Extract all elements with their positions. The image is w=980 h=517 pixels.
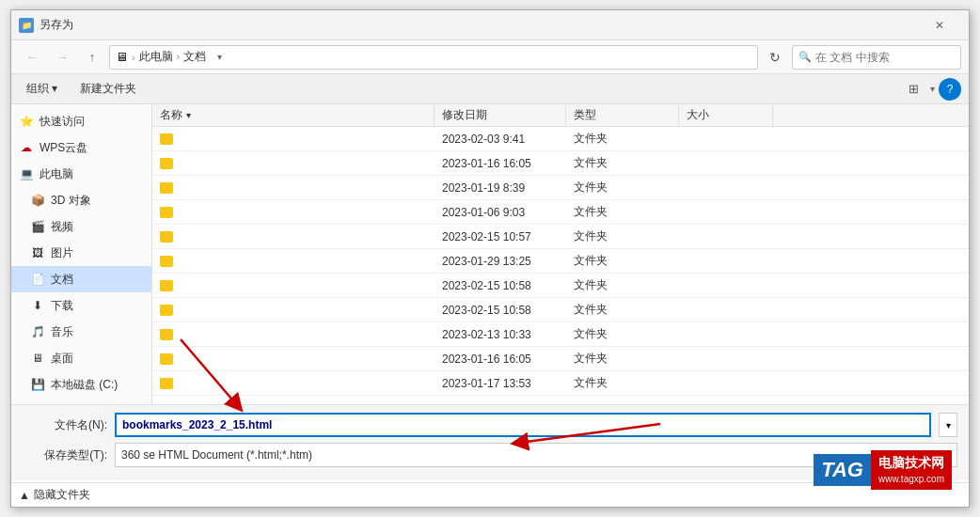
path-dropdown[interactable]: ▾ [210,46,229,69]
3d-icon: 📦 [30,193,45,208]
folder-icon [160,353,173,365]
path-docs: 文档 [183,49,206,65]
table-row[interactable]: 2023-02-03 9:41 文件夹 [152,127,969,151]
file-rows: 2023-02-03 9:41 文件夹 2023-01-16 16:05 文件夹… [152,127,969,396]
desktop-icon: 🖥 [30,351,45,366]
refresh-button[interactable]: ↻ [762,45,788,70]
sidebar-item-download[interactable]: ⬇ 下载 [11,292,151,319]
sidebar-label-wps: WPS云盘 [40,140,87,156]
file-type: 文件夹 [566,131,679,147]
main-content: ⭐ 快速访问 ☁ WPS云盘 💻 此电脑 📦 3D 对象 🎬 视频 🖼 图片 [11,104,969,404]
forward-button[interactable]: → [49,45,75,70]
tag-site-title: 电脑技术网 [878,454,944,473]
file-type: 文件夹 [566,302,679,318]
col-header-size[interactable]: 大小 [679,104,773,126]
table-row[interactable]: 2023-02-15 10:58 文件夹 [152,274,969,298]
sidebar-item-thispc[interactable]: 💻 此电脑 [11,161,151,187]
table-row[interactable]: 2023-01-19 8:39 文件夹 [152,176,969,200]
file-type: 文件夹 [566,228,679,244]
col-header-name[interactable]: 名称 ▾ [152,104,435,126]
col-header-type[interactable]: 类型 [566,104,679,126]
folder-icon [160,133,173,145]
sidebar-label-video: 视频 [51,219,73,235]
file-date: 2023-02-15 10:58 [435,304,566,317]
file-date: 2023-01-16 16:05 [435,352,566,366]
filename-input[interactable] [122,418,924,431]
filetype-label: 保存类型(T): [23,447,107,463]
sidebar-item-wps[interactable]: ☁ WPS云盘 [11,134,151,161]
table-row[interactable]: 2023-02-15 10:58 文件夹 [152,298,969,322]
sidebar-item-localc[interactable]: 💾 本地磁盘 (C:) [11,371,151,398]
file-date: 2023-02-15 10:57 [435,230,566,243]
table-row[interactable]: 2023-01-16 16:05 文件夹 [152,347,969,371]
quickaccess-icon: ⭐ [19,114,34,129]
path-icon: 🖥 [116,50,128,64]
sidebar-label-quickaccess: 快速访问 [40,114,85,130]
folder-icon [160,256,173,267]
organize-button[interactable]: 组织 ▾ [19,78,65,101]
path-bar[interactable]: 🖥 › 此电脑 › 文档 ▾ [109,45,758,70]
tag-url: www.tagxp.com [878,473,944,486]
up-button[interactable]: ↑ [79,45,105,70]
file-type: 文件夹 [566,375,679,391]
table-row[interactable]: 2023-01-06 9:03 文件夹 [152,200,969,225]
file-date: 2023-01-17 13:53 [435,377,566,390]
sidebar-item-desktop[interactable]: 🖥 桌面 [11,345,151,371]
view-dropdown[interactable]: ▾ [930,84,935,94]
close-button[interactable]: ✕ [918,10,961,40]
sidebar-label-music: 音乐 [51,324,73,340]
back-button[interactable]: ← [19,45,45,70]
title-bar: 📁 另存为 ✕ [11,10,969,40]
sidebar-item-3d[interactable]: 📦 3D 对象 [11,187,151,213]
table-row[interactable]: 2023-02-13 10:33 文件夹 [152,322,969,347]
table-row[interactable]: 2023-01-16 16:05 文件夹 [152,151,969,176]
sidebar-item-softd[interactable]: 💾 软件 (D:) [11,398,151,404]
table-row[interactable]: 2023-01-29 13:25 文件夹 [152,249,969,274]
view-button[interactable]: ⊞ [900,78,926,101]
expand-icon: ▲ [19,489,30,502]
table-row[interactable]: 2023-01-17 13:53 文件夹 [152,371,969,396]
folder-icon [160,207,173,218]
sidebar-item-docs[interactable]: 📄 文档 [11,266,151,292]
folder-icon [160,378,173,389]
sidebar-item-quickaccess[interactable]: ⭐ 快速访问 [11,108,151,134]
search-icon: 🔍 [798,51,812,63]
sidebar-label-localc: 本地磁盘 (C:) [51,377,118,393]
search-bar[interactable]: 🔍 [792,45,961,70]
sidebar-label-3d: 3D 对象 [51,193,91,209]
sidebar-item-pictures[interactable]: 🖼 图片 [11,240,151,266]
tag-logo: TAG [814,454,871,486]
file-date: 2023-01-16 16:05 [435,157,566,170]
toolbar: ← → ↑ 🖥 › 此电脑 › 文档 ▾ ↻ 🔍 [11,40,969,74]
filename-label: 文件名(N): [23,417,107,433]
video-icon: 🎬 [30,219,45,234]
file-date: 2023-01-19 8:39 [435,181,566,195]
file-type: 文件夹 [566,253,679,269]
tag-text: 电脑技术网 www.tagxp.com [871,450,952,490]
folder-icon [160,182,173,194]
file-date: 2023-01-06 9:03 [435,206,566,219]
folder-icon [160,158,173,169]
table-row[interactable]: 2023-02-15 10:57 文件夹 [152,225,969,249]
hidden-files-button[interactable]: ▲ 隐藏文件夹 [19,487,90,503]
localc-icon: 💾 [30,377,45,392]
filename-dropdown[interactable]: ▾ [939,413,957,437]
pc-icon: 💻 [19,166,34,181]
sidebar: ⭐ 快速访问 ☁ WPS云盘 💻 此电脑 📦 3D 对象 🎬 视频 🖼 图片 [11,104,152,404]
watermark: TAG 电脑技术网 www.tagxp.com [814,450,952,490]
sidebar-item-music[interactable]: 🎵 音乐 [11,319,151,345]
new-folder-button[interactable]: 新建文件夹 [72,78,144,101]
folder-icon [160,305,173,316]
action-bar: 组织 ▾ 新建文件夹 ⊞ ▾ ? [11,74,969,104]
file-type: 文件夹 [566,351,679,367]
search-input[interactable] [815,51,955,64]
sidebar-item-video[interactable]: 🎬 视频 [11,213,151,240]
folder-icon [160,231,173,243]
dialog-icon: 📁 [19,18,34,33]
help-button[interactable]: ? [939,78,961,101]
file-date: 2023-01-29 13:25 [435,255,566,268]
filename-row: 文件名(N): ▾ [23,413,957,437]
download-icon: ⬇ [30,298,45,313]
file-list-header: 名称 ▾ 修改日期 类型 大小 [152,104,969,127]
col-header-date[interactable]: 修改日期 [435,104,566,126]
